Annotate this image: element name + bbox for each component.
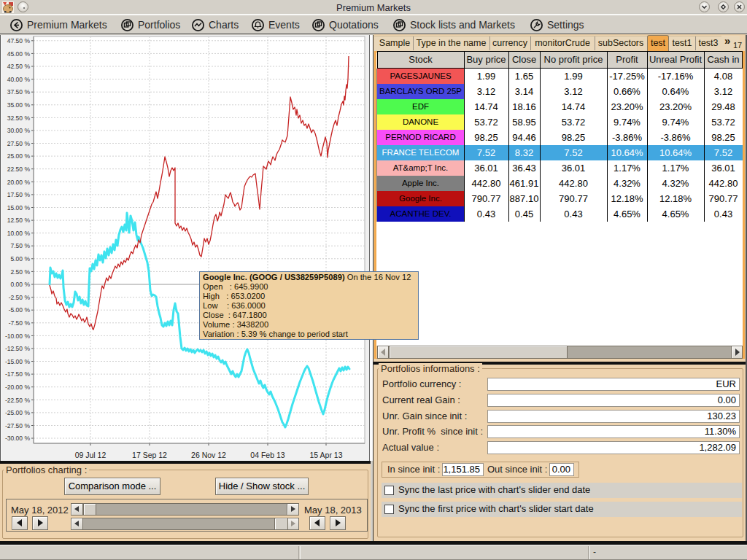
svg-text:-5.00 %: -5.00 %	[9, 306, 31, 314]
svg-text:25.00 %: 25.00 %	[7, 152, 31, 160]
svg-text:-25.00 %: -25.00 %	[5, 409, 30, 416]
svg-text:10.00 %: 10.00 %	[7, 230, 31, 237]
svg-text:35.00 %: 35.00 %	[7, 101, 31, 109]
svg-text:2.50 %: 2.50 %	[11, 268, 31, 276]
svg-text:-7.50 %: -7.50 %	[9, 319, 31, 327]
svg-text:40.00 %: 40.00 %	[7, 76, 31, 83]
svg-text:15 Apr 13: 15 Apr 13	[310, 451, 343, 459]
svg-text:30.00 %: 30.00 %	[7, 127, 31, 134]
svg-text:-30.00 %: -30.00 %	[5, 435, 30, 442]
svg-text:17.50 %: 17.50 %	[7, 191, 31, 198]
svg-text:32.50 %: 32.50 %	[7, 114, 31, 122]
svg-text:20.00 %: 20.00 %	[7, 179, 31, 186]
svg-text:-12.50 %: -12.50 %	[5, 345, 30, 352]
svg-text:12.50 %: 12.50 %	[7, 217, 31, 224]
svg-text:0.00 %: 0.00 %	[11, 281, 31, 288]
svg-text:45.00 %: 45.00 %	[7, 50, 31, 58]
svg-text:27.50 %: 27.50 %	[7, 140, 31, 147]
svg-text:-10.00 %: -10.00 %	[5, 332, 30, 340]
svg-text:-20.00 %: -20.00 %	[5, 384, 30, 391]
svg-text:09 Jul 12: 09 Jul 12	[75, 451, 107, 459]
svg-text:-15.00 %: -15.00 %	[5, 358, 30, 365]
svg-text:-22.50 %: -22.50 %	[5, 397, 30, 404]
svg-text:17 Sep 12: 17 Sep 12	[132, 451, 167, 459]
svg-text:7.50 %: 7.50 %	[11, 242, 31, 249]
svg-text:5.00 %: 5.00 %	[11, 255, 31, 262]
svg-text:-27.50 %: -27.50 %	[5, 422, 30, 429]
svg-text:37.50 %: 37.50 %	[7, 88, 31, 96]
svg-text:26 Nov 12: 26 Nov 12	[191, 451, 226, 459]
svg-text:22.50 %: 22.50 %	[7, 166, 31, 173]
svg-text:-17.50 %: -17.50 %	[5, 370, 30, 378]
svg-text:47.50 %: 47.50 %	[7, 37, 31, 44]
svg-text:42.50 %: 42.50 %	[7, 63, 31, 70]
svg-text:-2.50 %: -2.50 %	[9, 294, 31, 301]
svg-text:15.00 %: 15.00 %	[7, 204, 31, 211]
svg-text:04 Feb 13: 04 Feb 13	[250, 451, 285, 459]
